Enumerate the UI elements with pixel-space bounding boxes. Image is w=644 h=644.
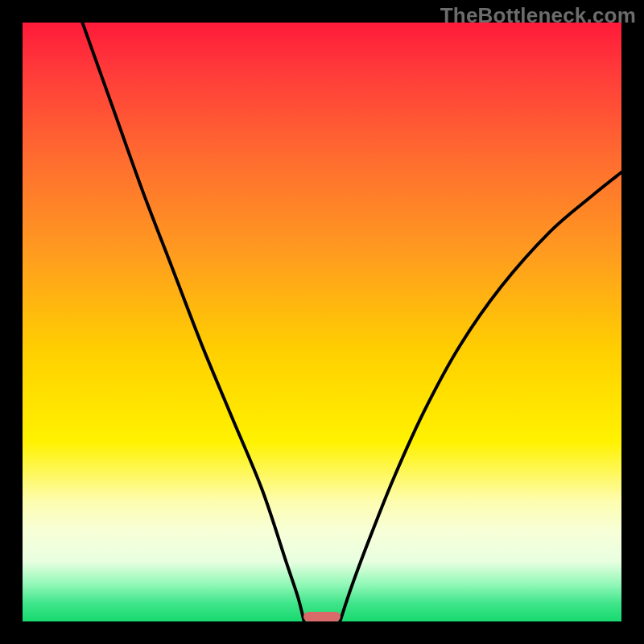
- right-curve: [340, 172, 621, 621]
- chart-frame: TheBottleneck.com: [0, 0, 644, 644]
- plot-area: [23, 23, 621, 621]
- curve-layer: [23, 23, 621, 621]
- left-curve: [82, 23, 303, 621]
- bottleneck-marker: [303, 612, 341, 621]
